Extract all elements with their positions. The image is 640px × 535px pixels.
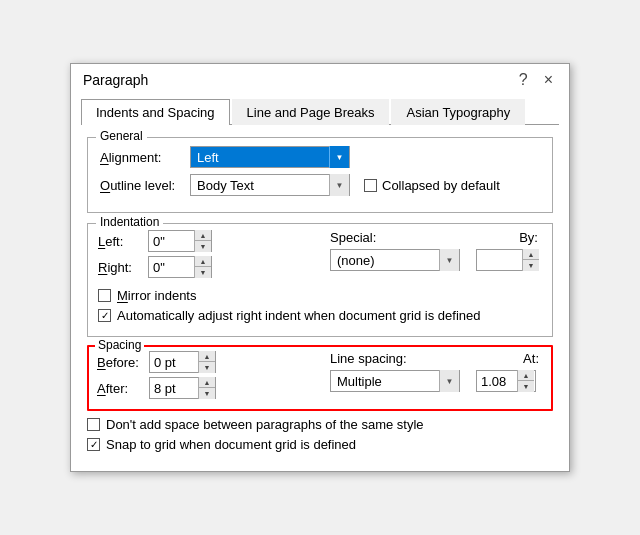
- special-row: Special: By:: [330, 230, 542, 245]
- snap-to-grid-checkbox[interactable]: [87, 438, 100, 451]
- dont-add-space-label: Don't add space between paragraphs of th…: [106, 417, 424, 432]
- left-indent-row: Left: ▲ ▼: [98, 230, 310, 252]
- auto-adjust-checkbox[interactable]: [98, 309, 111, 322]
- after-down[interactable]: ▼: [199, 388, 215, 399]
- by-label: By:: [519, 230, 538, 245]
- indentation-left-col: Left: ▲ ▼ Right:: [98, 230, 310, 282]
- line-spacing-value: Multiple: [331, 374, 439, 389]
- line-spacing-label-row: Line spacing: At:: [330, 351, 543, 366]
- mirror-indents-row: Mirror indents: [98, 288, 542, 303]
- right-indent-input[interactable]: [149, 257, 194, 277]
- after-input[interactable]: [150, 378, 198, 398]
- outline-level-row: Outline level: Body Text ▼ Collapsed by …: [100, 174, 540, 196]
- at-label: At:: [523, 351, 539, 366]
- dialog-content: General Alignment: Left ▼ Outline level:…: [71, 125, 569, 471]
- indentation-cols: Left: ▲ ▼ Right:: [98, 230, 542, 282]
- close-button[interactable]: ×: [540, 72, 557, 88]
- right-indent-down[interactable]: ▼: [195, 267, 211, 278]
- paragraph-dialog: Paragraph ? × Indents and Spacing Line a…: [70, 63, 570, 472]
- indentation-right-col: Special: By: (none) ▼ ▲ ▼: [330, 230, 542, 271]
- title-bar: Paragraph ? ×: [71, 64, 569, 94]
- before-label: Before:: [97, 355, 149, 370]
- after-label: After:: [97, 381, 149, 396]
- at-up[interactable]: ▲: [518, 370, 534, 381]
- alignment-label: Alignment:: [100, 150, 190, 165]
- alignment-dropdown-icon: ▼: [329, 146, 349, 168]
- outline-dropdown-icon: ▼: [329, 174, 349, 196]
- dialog-title: Paragraph: [83, 72, 148, 88]
- title-bar-buttons: ? ×: [515, 72, 557, 88]
- general-section: General Alignment: Left ▼ Outline level:…: [87, 137, 553, 213]
- special-dropdown-icon: ▼: [439, 249, 459, 271]
- outline-value: Body Text: [191, 178, 329, 193]
- after-row: After: ▲ ▼: [97, 377, 310, 399]
- special-select[interactable]: (none) ▼: [330, 249, 460, 271]
- indentation-section-label: Indentation: [96, 215, 163, 229]
- before-down[interactable]: ▼: [199, 362, 215, 373]
- spacing-left-col: Before: ▲ ▼ After:: [97, 351, 310, 403]
- right-indent-spinner[interactable]: ▲ ▼: [148, 256, 212, 278]
- before-input[interactable]: [150, 352, 198, 372]
- line-spacing-label: Line spacing:: [330, 351, 407, 366]
- before-spinner[interactable]: ▲ ▼: [149, 351, 216, 373]
- at-spinner-btns: ▲ ▼: [517, 370, 534, 392]
- dont-add-space-checkbox[interactable]: [87, 418, 100, 431]
- auto-adjust-label: Automatically adjust right indent when d…: [117, 308, 481, 323]
- before-row: Before: ▲ ▼: [97, 351, 310, 373]
- right-indent-row: Right: ▲ ▼: [98, 256, 310, 278]
- by-spinner[interactable]: ▲ ▼: [476, 249, 536, 271]
- mirror-indents-checkbox[interactable]: [98, 289, 111, 302]
- indentation-section: Indentation Left: ▲ ▼: [87, 223, 553, 337]
- tab-linebreaks[interactable]: Line and Page Breaks: [232, 99, 390, 125]
- mirror-indents-label: Mirror indents: [117, 288, 196, 303]
- collapsed-label: Collapsed by default: [382, 178, 500, 193]
- auto-adjust-row: Automatically adjust right indent when d…: [98, 308, 542, 323]
- snap-to-grid-row: Snap to grid when document grid is defin…: [87, 437, 553, 452]
- after-spinner[interactable]: ▲ ▼: [149, 377, 216, 399]
- tab-asian[interactable]: Asian Typography: [391, 99, 525, 125]
- after-spinner-btns: ▲ ▼: [198, 377, 215, 399]
- left-indent-down[interactable]: ▼: [195, 241, 211, 252]
- snap-to-grid-label: Snap to grid when document grid is defin…: [106, 437, 356, 452]
- spacing-right-col: Line spacing: At: Multiple ▼ ▲ ▼: [330, 351, 543, 392]
- right-indent-label: Right:: [98, 260, 148, 275]
- right-indent-up[interactable]: ▲: [195, 256, 211, 267]
- at-down[interactable]: ▼: [518, 381, 534, 392]
- left-indent-label: Left:: [98, 234, 148, 249]
- spacing-section: Spacing Before: ▲ ▼: [87, 345, 553, 411]
- after-up[interactable]: ▲: [199, 377, 215, 388]
- alignment-value: Left: [191, 150, 329, 165]
- left-indent-input[interactable]: [149, 231, 194, 251]
- help-button[interactable]: ?: [515, 72, 532, 88]
- special-label: Special:: [330, 230, 380, 245]
- before-spinner-btns: ▲ ▼: [198, 351, 215, 373]
- line-spacing-dropdown-icon: ▼: [439, 370, 459, 392]
- tab-indents[interactable]: Indents and Spacing: [81, 99, 230, 125]
- line-spacing-select[interactable]: Multiple ▼: [330, 370, 460, 392]
- spacing-section-label: Spacing: [95, 338, 144, 352]
- general-section-label: General: [96, 129, 147, 143]
- special-controls-row: (none) ▼ ▲ ▼: [330, 249, 542, 271]
- collapsed-checkbox[interactable]: [364, 179, 377, 192]
- by-up[interactable]: ▲: [523, 249, 539, 260]
- alignment-row: Alignment: Left ▼: [100, 146, 540, 168]
- alignment-select[interactable]: Left ▼: [190, 146, 350, 168]
- outline-label: Outline level:: [100, 178, 190, 193]
- by-input[interactable]: [477, 250, 522, 270]
- left-indent-spinner-btns: ▲ ▼: [194, 230, 211, 252]
- special-value: (none): [331, 253, 439, 268]
- at-spinner[interactable]: ▲ ▼: [476, 370, 536, 392]
- left-indent-up[interactable]: ▲: [195, 230, 211, 241]
- right-indent-spinner-btns: ▲ ▼: [194, 256, 211, 278]
- left-indent-spinner[interactable]: ▲ ▼: [148, 230, 212, 252]
- dont-add-space-row: Don't add space between paragraphs of th…: [87, 417, 553, 432]
- line-spacing-controls-row: Multiple ▼ ▲ ▼: [330, 370, 543, 392]
- by-down[interactable]: ▼: [523, 260, 539, 271]
- at-input[interactable]: [477, 371, 517, 391]
- spacing-cols: Before: ▲ ▼ After:: [97, 351, 543, 403]
- before-up[interactable]: ▲: [199, 351, 215, 362]
- outline-select[interactable]: Body Text ▼: [190, 174, 350, 196]
- by-spinner-btns: ▲ ▼: [522, 249, 539, 271]
- tab-bar: Indents and Spacing Line and Page Breaks…: [81, 94, 559, 125]
